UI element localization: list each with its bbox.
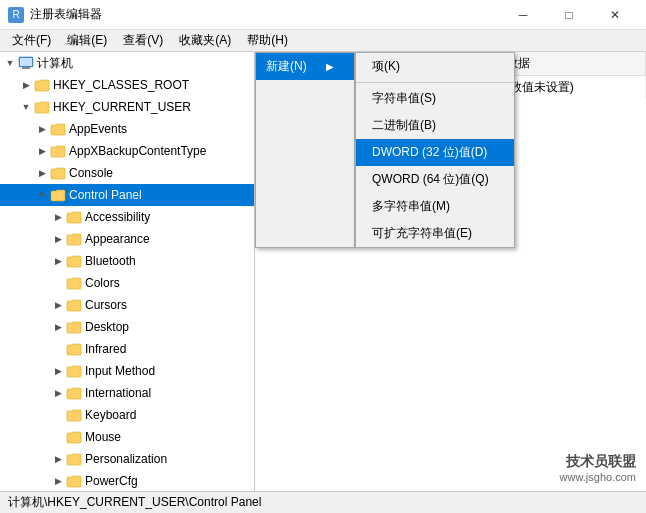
expand-keyboard: ▶ bbox=[50, 407, 66, 423]
tree-item-colors[interactable]: ▶ Colors bbox=[0, 272, 254, 294]
submenu-item-expandstring[interactable]: 可扩充字符串值(E) bbox=[356, 220, 514, 247]
tree-item-mouse[interactable]: ▶ Mouse bbox=[0, 426, 254, 448]
tree-item-appearance[interactable]: ▶ Appearance bbox=[0, 228, 254, 250]
col-header-data: 数据 bbox=[497, 52, 645, 76]
submenu-item-key[interactable]: 项(K) bbox=[356, 53, 514, 80]
folder-icon-accessibility bbox=[66, 210, 82, 224]
menu-view[interactable]: 查看(V) bbox=[115, 30, 171, 51]
tree-item-infrared[interactable]: ▶ Infrared bbox=[0, 338, 254, 360]
tree-label-controlpanel: Control Panel bbox=[69, 188, 142, 202]
status-bar: 计算机\HKEY_CURRENT_USER\Control Panel bbox=[0, 491, 646, 513]
title-bar-left: R 注册表编辑器 bbox=[8, 6, 102, 23]
tree-item-powercfg[interactable]: ▶ PowerCfg bbox=[0, 470, 254, 491]
tree-label-accessibility: Accessibility bbox=[85, 210, 150, 224]
tree-label-keyboard: Keyboard bbox=[85, 408, 136, 422]
tree-label-appevents: AppEvents bbox=[69, 122, 127, 136]
tree-item-inputmethod[interactable]: ▶ Input Method bbox=[0, 360, 254, 382]
expand-powercfg[interactable]: ▶ bbox=[50, 473, 66, 489]
tree-label-mouse: Mouse bbox=[85, 430, 121, 444]
tree-label-hkcr: HKEY_CLASSES_ROOT bbox=[53, 78, 189, 92]
window-controls[interactable]: ─ □ ✕ bbox=[500, 0, 638, 30]
minimize-button[interactable]: ─ bbox=[500, 0, 546, 30]
expand-appearance[interactable]: ▶ bbox=[50, 231, 66, 247]
tree-item-appxbackup[interactable]: ▶ AppXBackupContentType bbox=[0, 140, 254, 162]
expand-console[interactable]: ▶ bbox=[34, 165, 50, 181]
folder-icon-personalization bbox=[66, 452, 82, 466]
maximize-button[interactable]: □ bbox=[546, 0, 592, 30]
tree-item-accessibility[interactable]: ▶ Accessibility bbox=[0, 206, 254, 228]
expand-personalization[interactable]: ▶ bbox=[50, 451, 66, 467]
menu-file[interactable]: 文件(F) bbox=[4, 30, 59, 51]
expand-computer[interactable]: ▼ bbox=[2, 55, 18, 71]
tree-item-cursors[interactable]: ▶ Cursors bbox=[0, 294, 254, 316]
tree-item-appevents[interactable]: ▶ AppEvents bbox=[0, 118, 254, 140]
tree-item-keyboard[interactable]: ▶ Keyboard bbox=[0, 404, 254, 426]
expand-inputmethod[interactable]: ▶ bbox=[50, 363, 66, 379]
expand-accessibility[interactable]: ▶ bbox=[50, 209, 66, 225]
window-title: 注册表编辑器 bbox=[30, 6, 102, 23]
expand-controlpanel[interactable]: ▼ bbox=[34, 187, 50, 203]
expand-appevents[interactable]: ▶ bbox=[34, 121, 50, 137]
expand-colors: ▶ bbox=[50, 275, 66, 291]
submenu-item-string[interactable]: 字符串值(S) bbox=[356, 85, 514, 112]
expand-mouse: ▶ bbox=[50, 429, 66, 445]
tree-item-hkcr[interactable]: ▶ HKEY_CLASSES_ROOT bbox=[0, 74, 254, 96]
folder-icon-controlpanel bbox=[50, 188, 66, 202]
context-menu-new-item[interactable]: 新建(N) ▶ bbox=[256, 53, 354, 80]
submenu-divider bbox=[356, 82, 514, 83]
folder-icon-hkcu bbox=[34, 100, 50, 114]
title-bar: R 注册表编辑器 ─ □ ✕ bbox=[0, 0, 646, 30]
tree-label-international: International bbox=[85, 386, 151, 400]
tree-label-appearance: Appearance bbox=[85, 232, 150, 246]
menu-favorites[interactable]: 收藏夹(A) bbox=[171, 30, 239, 51]
folder-icon-infrared bbox=[66, 342, 82, 356]
expand-hkcr[interactable]: ▶ bbox=[18, 77, 34, 93]
menu-edit[interactable]: 编辑(E) bbox=[59, 30, 115, 51]
tree-label-personalization: Personalization bbox=[85, 452, 167, 466]
tree-label-desktop: Desktop bbox=[85, 320, 129, 334]
folder-icon-mouse bbox=[66, 430, 82, 444]
tree-label-powercfg: PowerCfg bbox=[85, 474, 138, 488]
menu-bar: 文件(F) 编辑(E) 查看(V) 收藏夹(A) 帮助(H) bbox=[0, 30, 646, 52]
expand-bluetooth[interactable]: ▶ bbox=[50, 253, 66, 269]
folder-icon-console bbox=[50, 166, 66, 180]
close-button[interactable]: ✕ bbox=[592, 0, 638, 30]
submenu-item-binary[interactable]: 二进制值(B) bbox=[356, 112, 514, 139]
tree-item-controlpanel[interactable]: ▼ Control Panel bbox=[0, 184, 254, 206]
folder-icon-international bbox=[66, 386, 82, 400]
app-icon: R bbox=[8, 7, 24, 23]
expand-hkcu[interactable]: ▼ bbox=[18, 99, 34, 115]
expand-international[interactable]: ▶ bbox=[50, 385, 66, 401]
svg-rect-1 bbox=[22, 67, 30, 69]
tree-label-inputmethod: Input Method bbox=[85, 364, 155, 378]
tree-label-appxbackup: AppXBackupContentType bbox=[69, 144, 206, 158]
tree-panel[interactable]: ▼ 计算机 ▶ HKEY_CLASSES_ROOT ▼ H bbox=[0, 52, 255, 491]
expand-desktop[interactable]: ▶ bbox=[50, 319, 66, 335]
folder-icon-appevents bbox=[50, 122, 66, 136]
tree-item-personalization[interactable]: ▶ Personalization bbox=[0, 448, 254, 470]
tree-item-computer[interactable]: ▼ 计算机 bbox=[0, 52, 254, 74]
submenu-item-multistring[interactable]: 多字符串值(M) bbox=[356, 193, 514, 220]
svg-rect-2 bbox=[20, 58, 32, 66]
menu-help[interactable]: 帮助(H) bbox=[239, 30, 296, 51]
tree-item-bluetooth[interactable]: ▶ Bluetooth bbox=[0, 250, 254, 272]
expand-appxbackup[interactable]: ▶ bbox=[34, 143, 50, 159]
folder-icon-appearance bbox=[66, 232, 82, 246]
tree-label-cursors: Cursors bbox=[85, 298, 127, 312]
context-menu-new[interactable]: 新建(N) ▶ bbox=[255, 52, 355, 248]
submenu-item-dword[interactable]: DWORD (32 位)值(D) bbox=[356, 139, 514, 166]
submenu[interactable]: 项(K) 字符串值(S) 二进制值(B) DWORD (32 位)值(D) QW… bbox=[355, 52, 515, 248]
tree-item-international[interactable]: ▶ International bbox=[0, 382, 254, 404]
submenu-item-qword[interactable]: QWORD (64 位)值(Q) bbox=[356, 166, 514, 193]
computer-icon bbox=[18, 56, 34, 70]
folder-icon-inputmethod bbox=[66, 364, 82, 378]
tree-item-hkcu[interactable]: ▼ HKEY_CURRENT_USER bbox=[0, 96, 254, 118]
tree-item-console[interactable]: ▶ Console bbox=[0, 162, 254, 184]
folder-icon-desktop bbox=[66, 320, 82, 334]
status-text: 计算机\HKEY_CURRENT_USER\Control Panel bbox=[8, 494, 261, 511]
context-menu-container: 新建(N) ▶ 项(K) 字符串值(S) 二进制值(B) DWORD (32 位… bbox=[255, 52, 515, 248]
tree-item-desktop[interactable]: ▶ Desktop bbox=[0, 316, 254, 338]
tree-label-console: Console bbox=[69, 166, 113, 180]
folder-icon-cursors bbox=[66, 298, 82, 312]
expand-cursors[interactable]: ▶ bbox=[50, 297, 66, 313]
